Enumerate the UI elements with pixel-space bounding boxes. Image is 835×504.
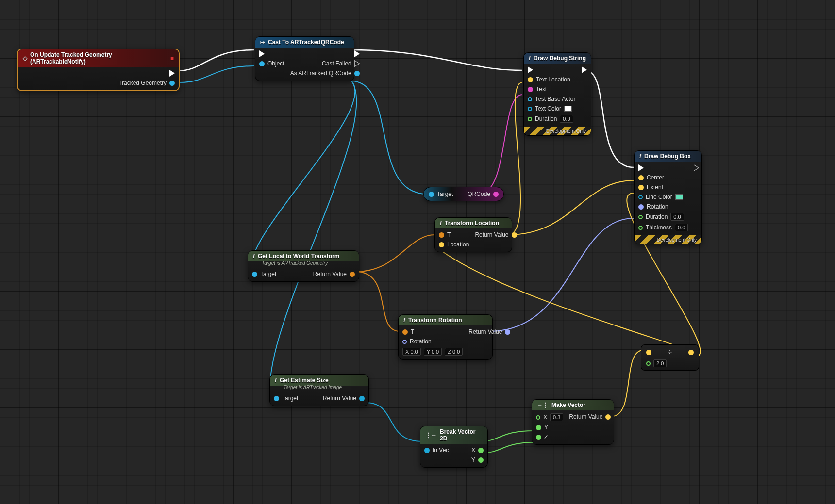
input-extent[interactable]: Extent	[638, 184, 688, 191]
input-rotation[interactable]: Rotation	[638, 203, 688, 210]
node-divide[interactable]: ÷ 2.0	[641, 344, 699, 371]
node-title: Break Vector 2D	[440, 428, 483, 442]
node-title: Transform Rotation	[408, 317, 462, 324]
input-a[interactable]	[646, 350, 651, 355]
exec-out-pin[interactable]	[694, 164, 699, 171]
output-return-value[interactable]: Return Value	[468, 328, 510, 335]
input-rotation-fields[interactable]: X 0.0 Y 0.0 Z 0.0	[402, 348, 463, 356]
function-icon: f	[275, 377, 277, 384]
node-subtitle: Target is ARTracked Image	[270, 385, 368, 392]
node-title: Make Vector	[551, 402, 585, 408]
exec-in-pin[interactable]	[528, 66, 575, 73]
dev-only-footer: Development Only	[524, 127, 591, 135]
node-title: Get Local to World Transform	[258, 253, 339, 260]
function-icon: f	[253, 253, 255, 260]
exec-in-pin[interactable]	[259, 50, 284, 57]
node-title: Transform Location	[445, 220, 499, 227]
exec-out-failed[interactable]: Cast Failed	[322, 60, 360, 67]
node-transform-location[interactable]: f Transform Location T Location Return V…	[434, 217, 512, 252]
function-icon: f	[639, 153, 641, 160]
node-title: Get Estimate Size	[280, 377, 329, 384]
input-target[interactable]: Target	[252, 271, 276, 277]
output-y[interactable]: Y	[471, 456, 484, 463]
output-result[interactable]	[688, 350, 694, 355]
divide-operator-icon: ÷	[668, 348, 672, 357]
color-swatch[interactable]	[675, 194, 683, 200]
input-test-base-actor[interactable]: Test Base Actor	[528, 96, 575, 102]
node-break-vector-2d[interactable]: ⋮← Break Vector 2D In Vec X Y	[420, 426, 488, 468]
input-x[interactable]: X0.3	[536, 413, 563, 421]
function-icon: f	[440, 220, 442, 227]
input-y[interactable]: Y	[536, 424, 563, 431]
node-header: f Draw Debug Box	[635, 151, 701, 162]
output-as-qrcode[interactable]: As ARTracked QRCode	[290, 70, 360, 77]
node-header: f Get Estimate Size	[270, 375, 368, 386]
output-return-value[interactable]: Return Value	[569, 413, 611, 420]
input-object[interactable]: Object	[259, 60, 284, 67]
node-header: ↦ Cast To ARTrackedQRCode	[255, 37, 354, 48]
node-title: On Update Tracked Geometry (ARTrackableN…	[30, 51, 167, 65]
dev-only-footer: Development Only	[635, 235, 701, 244]
input-t[interactable]: T	[439, 231, 469, 238]
node-cast-artrackedqrcode[interactable]: ↦ Cast To ARTrackedQRCode Object Cast Fa…	[255, 36, 354, 81]
node-transform-rotation[interactable]: f Transform Rotation T Rotation X 0.0 Y …	[398, 314, 493, 360]
cast-icon: ↦	[260, 39, 265, 46]
input-in-vec[interactable]: In Vec	[424, 447, 449, 454]
output-tracked-geometry[interactable]: Tracked Geometry	[118, 80, 175, 86]
node-header: f Transform Location	[435, 218, 512, 228]
output-return-value[interactable]: Return Value	[323, 395, 365, 402]
node-header: →⋮ Make Vector	[532, 400, 614, 410]
input-text-location[interactable]: Text Location	[528, 76, 575, 83]
node-header: ⋮← Break Vector 2D	[420, 426, 487, 444]
node-on-update-tracked-geometry[interactable]: ◇ On Update Tracked Geometry (ARTrackabl…	[17, 49, 180, 91]
function-icon: f	[529, 55, 531, 62]
color-swatch[interactable]	[564, 106, 572, 112]
input-text[interactable]: Text	[528, 86, 575, 93]
node-subtitle: Target is ARTracked Geometry	[248, 260, 359, 268]
node-header: f Draw Debug String	[524, 53, 591, 64]
input-target[interactable]: Target	[429, 191, 453, 197]
event-icon: ◇	[23, 55, 27, 62]
exec-out-pin[interactable]	[169, 70, 175, 77]
node-header: ◇ On Update Tracked Geometry (ARTrackabl…	[18, 49, 179, 67]
input-target[interactable]: Target	[274, 395, 298, 402]
exec-out-pin[interactable]	[354, 50, 360, 57]
input-line-color[interactable]: Line Color	[638, 194, 688, 200]
input-thickness[interactable]: Thickness0.0	[638, 224, 688, 231]
input-z[interactable]: Z	[536, 434, 563, 440]
input-location[interactable]: Location	[439, 241, 469, 248]
node-title: Draw Debug Box	[644, 153, 691, 160]
input-center[interactable]: Center	[638, 174, 688, 181]
node-make-vector[interactable]: →⋮ Make Vector X0.3 Y Z Return Value	[532, 399, 614, 445]
input-text-color[interactable]: Text Color	[528, 105, 575, 112]
node-get-qrcode[interactable]: Target QRCode	[423, 187, 504, 201]
input-b[interactable]: 2.0	[646, 359, 694, 367]
input-t[interactable]: T	[402, 328, 463, 335]
output-return-value[interactable]: Return Value	[475, 231, 517, 238]
input-duration[interactable]: Duration0.0	[638, 213, 688, 221]
input-rotation[interactable]: Rotation	[402, 338, 463, 345]
exec-out-pin[interactable]	[582, 66, 587, 73]
make-icon: →⋮	[537, 402, 549, 408]
node-draw-debug-box[interactable]: f Draw Debug Box Center Extent Line Colo…	[634, 150, 702, 244]
node-title: Draw Debug String	[534, 55, 586, 62]
output-return-value[interactable]: Return Value	[313, 271, 355, 277]
exec-in-pin[interactable]	[638, 164, 688, 171]
output-qrcode[interactable]: QRCode	[468, 191, 499, 197]
break-icon: ⋮←	[425, 432, 437, 439]
node-header: f Get Local to World Transform	[248, 251, 359, 261]
input-duration[interactable]: Duration0.0	[528, 115, 575, 123]
function-icon: f	[403, 317, 405, 324]
node-draw-debug-string[interactable]: f Draw Debug String Text Location Text T…	[523, 52, 591, 136]
output-x[interactable]: X	[471, 447, 484, 454]
node-header: f Transform Rotation	[399, 315, 492, 325]
delegate-pin-icon: ■	[170, 55, 174, 62]
node-get-local-to-world-transform[interactable]: f Get Local to World Transform Target is…	[248, 250, 359, 282]
node-get-estimate-size[interactable]: f Get Estimate Size Target is ARTracked …	[269, 374, 369, 406]
node-title: Cast To ARTrackedQRCode	[268, 39, 344, 46]
